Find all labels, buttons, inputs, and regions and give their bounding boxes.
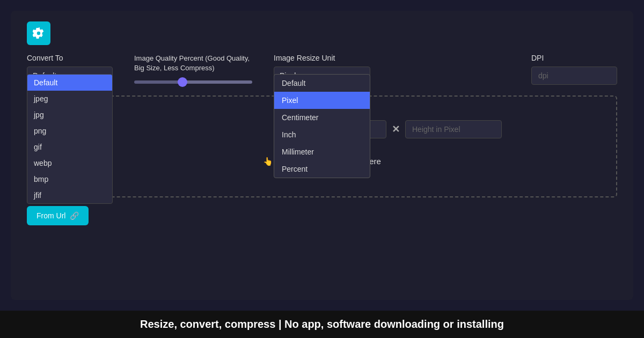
list-item[interactable]: webp: [27, 155, 112, 171]
list-item[interactable]: Millimeter: [274, 143, 370, 160]
list-item[interactable]: Pixel: [274, 92, 370, 109]
gear-icon: [33, 27, 45, 39]
list-item[interactable]: Percent: [274, 160, 370, 178]
convert-to-dropdown-list: Default jpeg jpg png gif webp bmp jfif: [27, 74, 113, 204]
dpi-group: DPI: [531, 54, 617, 85]
list-item[interactable]: Default: [274, 75, 370, 92]
dpi-label: DPI: [531, 54, 617, 62]
from-url-label: From Url: [36, 211, 65, 220]
convert-to-label: Convert To: [27, 54, 113, 62]
list-item[interactable]: bmp: [27, 171, 112, 187]
list-item[interactable]: jfif: [27, 187, 112, 203]
list-item[interactable]: Centimeter: [274, 109, 370, 126]
main-container: Convert To Default jpeg jpg png gif webp…: [11, 11, 633, 300]
convert-to-group: Convert To Default jpeg jpg png gif webp…: [27, 54, 113, 85]
dpi-input[interactable]: [531, 67, 617, 85]
resize-unit-dropdown-list: Default Pixel Centimeter Inch Millimeter…: [274, 74, 370, 178]
list-item[interactable]: jpg: [27, 107, 112, 123]
list-item[interactable]: png: [27, 123, 112, 139]
gear-button[interactable]: [27, 21, 50, 45]
image-quality-label: Image Quality Percent (Good Quality, Big…: [134, 54, 252, 73]
bottom-bar: Resize, convert, compress | No app, soft…: [0, 311, 644, 338]
list-item[interactable]: Default: [27, 75, 112, 91]
bottom-bar-text: Resize, convert, compress | No app, soft…: [140, 318, 504, 330]
list-item[interactable]: gif: [27, 139, 112, 155]
hand-icon: 👆: [263, 157, 273, 166]
link-icon: 🔗: [70, 211, 79, 220]
image-resize-unit-group: Image Resize Unit Pixel Default Centimet…: [274, 54, 370, 85]
quality-slider[interactable]: [134, 80, 252, 84]
image-resize-unit-label: Image Resize Unit: [274, 54, 370, 62]
list-item[interactable]: jpeg: [27, 91, 112, 107]
image-quality-group: Image Quality Percent (Good Quality, Big…: [134, 54, 252, 84]
list-item[interactable]: Inch: [274, 126, 370, 143]
from-url-button[interactable]: From Url 🔗: [27, 206, 89, 225]
controls-row: Convert To Default jpeg jpg png gif webp…: [27, 54, 617, 85]
